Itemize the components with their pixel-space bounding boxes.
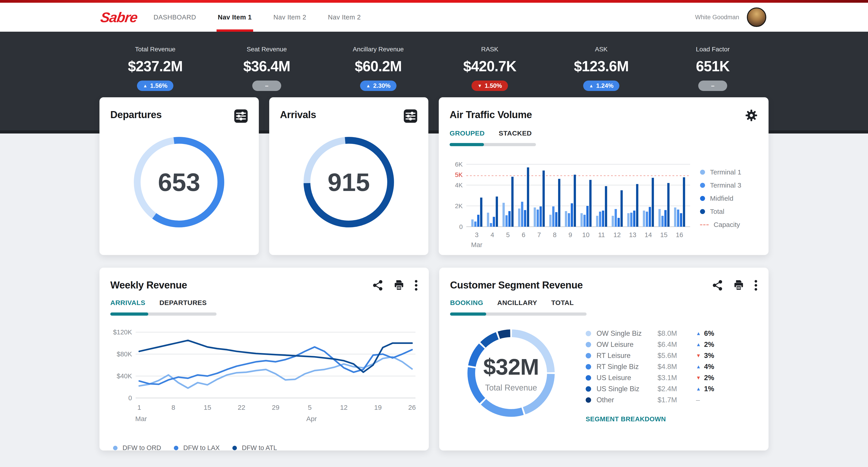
weekly-revenue-tabs: ARRIVALSDEPARTURES [110,299,418,307]
legend-item-terminal-3[interactable]: Terminal 3 [700,181,741,189]
air-tab-stacked[interactable]: STACKED [499,129,532,137]
segment-row-other[interactable]: Other$1.7M– [586,395,721,405]
share-icon[interactable] [712,280,723,291]
kebab-menu-icon[interactable] [754,280,758,291]
segment-trend: ▲6% [696,329,721,338]
segment-row-us-leisure[interactable]: US Leisure$3.1M▼2% [586,372,721,383]
main-nav: DASHBOARDNav Item 1Nav Item 2Nav Item 2 [153,3,361,32]
air-tab-indicator [450,143,536,146]
segment-tab-indicator-active [450,313,486,316]
svg-text:2K: 2K [455,203,463,209]
down-arrow-icon: ▼ [696,375,701,381]
customer-segment-card: Customer Segment Revenue BOOKINGANCILLAR… [439,268,769,450]
segment-breakdown-link[interactable]: SEGMENT BREAKDOWN [586,415,666,423]
up-arrow-icon: ▲ [366,84,370,88]
legend-dot [586,364,591,370]
svg-text:5: 5 [506,231,510,238]
legend-dot [586,353,591,358]
segment-row-rt-leisure[interactable]: RT Leisure$5.6M▼3% [586,350,721,361]
print-icon[interactable] [733,280,745,291]
segment-row-us-single-biz[interactable]: US Single Biz$2.4M▲1% [586,383,721,395]
kpi-trend-badge: – [698,81,727,91]
weekly-revenue-legend: DFW to ORDDFW to LAXDFW to ATL [110,444,418,451]
filter-tune-icon[interactable] [234,109,248,123]
kpi-trend-badge: ▲1.24% [583,81,619,91]
legend-item-total[interactable]: Total [700,208,741,215]
sabre-logo[interactable]: Sabre [99,9,138,25]
up-arrow-icon: ▲ [696,386,701,392]
kpi-value: 651K [696,58,730,75]
air-traffic-legend: Terminal 1Terminal 3MidfieldTotalCapacit… [694,168,741,229]
segment-tabs: BOOKINGANCILLARYTOTAL [450,299,758,307]
nav-item-nav-item-2[interactable]: Nav Item 2 [274,3,306,32]
print-icon[interactable] [393,280,405,291]
kpi-label: RASK [481,46,498,53]
segment-tab-booking[interactable]: BOOKING [450,299,483,307]
kpi-label: Seat Revenue [247,46,287,53]
nav-item-dashboard[interactable]: DASHBOARD [153,3,196,32]
segment-total-label: Total Revenue [485,383,537,392]
legend-dot [174,446,178,450]
legend-dot [700,196,705,201]
kpi-trend-badge: – [252,81,281,91]
segment-row-rt-single-biz[interactable]: RT Single Biz$4.8M▲4% [586,361,721,372]
user-name: White Goodman [695,14,739,21]
svg-text:3: 3 [475,231,478,238]
segment-trend: ▲2% [696,341,721,349]
nav-item-nav-item-1[interactable]: Nav Item 1 [218,3,252,32]
legend-item-midfield[interactable]: Midfield [700,195,741,202]
segment-row-ow-single-biz[interactable]: OW Single Biz$8.0M▲6% [586,328,721,339]
legend-item-dfw-to-atl[interactable]: DFW to ATL [232,444,277,451]
kpi-value: $237.2M [128,58,183,75]
segment-trend: ▼3% [696,352,721,360]
legend-dot [586,331,591,336]
legend-item-dfw-to-ord[interactable]: DFW to ORD [113,444,161,451]
legend-item-terminal-1[interactable]: Terminal 1 [700,168,741,176]
svg-text:$40K: $40K [117,373,132,380]
up-arrow-icon: ▲ [143,84,147,88]
legend-dot [113,446,118,450]
filter-tune-icon[interactable] [403,109,417,123]
svg-text:13: 13 [629,231,636,238]
weekly-tab-departures[interactable]: DEPARTURES [159,299,207,307]
avatar[interactable] [747,7,766,27]
arrivals-title: Arrivals [280,109,316,120]
segment-tab-total[interactable]: TOTAL [551,299,574,307]
up-arrow-icon: ▲ [696,330,701,337]
user-menu[interactable]: White Goodman [695,7,766,27]
legend-item-capacity[interactable]: Capacity [700,221,741,229]
svg-text:0: 0 [128,395,132,402]
legend-dot [586,397,591,403]
share-icon[interactable] [372,280,383,291]
svg-text:10: 10 [582,231,590,238]
nav-item-nav-item-2[interactable]: Nav Item 2 [328,3,361,32]
legend-dot [700,209,705,214]
air-tab-indicator-active [450,143,484,146]
legend-item-dfw-to-lax[interactable]: DFW to LAX [174,444,220,451]
kpi-value: $123.6M [574,58,629,75]
arrivals-count: 915 [300,134,397,231]
svg-text:8: 8 [172,404,176,411]
gear-icon[interactable] [745,109,758,122]
kpi-label: Load Factor [696,46,730,53]
up-arrow-icon: ▲ [696,364,701,370]
weekly-revenue-card: Weekly Revenue ARRIVALSDEPARTURES $120K$… [99,268,429,450]
air-traffic-tabs: GROUPEDSTACKED [450,129,758,137]
segment-tab-ancillary[interactable]: ANCILLARY [497,299,537,307]
up-arrow-icon: ▲ [589,84,594,88]
weekly-tab-arrivals[interactable]: ARRIVALS [110,299,145,307]
svg-text:Mar: Mar [135,415,147,422]
svg-text:16: 16 [676,231,683,238]
air-traffic-title: Air Traffic Volume [450,109,532,120]
segment-tab-indicator [450,313,587,316]
segment-trend: ▲4% [696,363,721,371]
kpi-value: $420.7K [463,58,516,75]
legend-dot [700,183,705,188]
kebab-menu-icon[interactable] [414,280,418,291]
svg-text:15: 15 [204,404,211,411]
air-tab-grouped[interactable]: GROUPED [450,129,485,137]
svg-text:$80K: $80K [117,350,132,358]
legend-dot [586,386,591,392]
segment-row-ow-leisure[interactable]: OW Leisure$6.4M▲2% [586,339,721,350]
weekly-revenue-title: Weekly Revenue [110,280,187,291]
